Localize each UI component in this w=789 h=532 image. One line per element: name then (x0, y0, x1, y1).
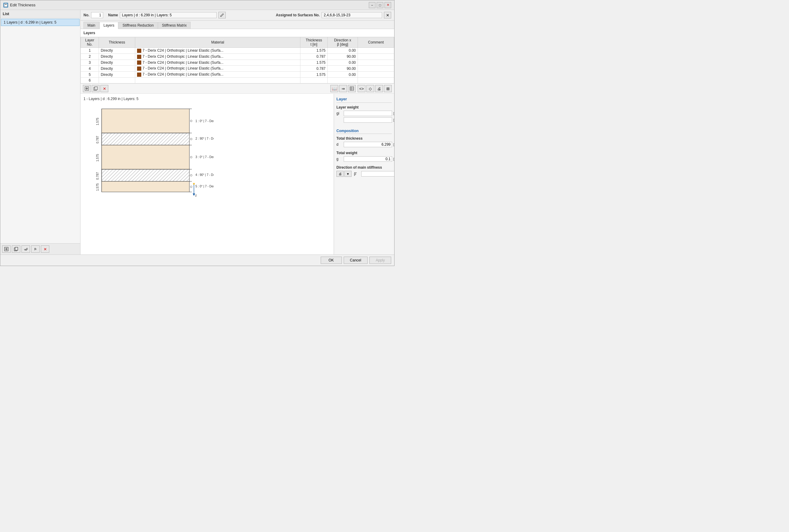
d-label: d (336, 142, 343, 147)
g-row: g [lbf/in²] (336, 156, 392, 162)
layers-table: LayerNo. Thickness Material Thicknesst [… (80, 37, 394, 83)
col-beta: Direction xβ [deg] (328, 37, 358, 48)
table-row[interactable]: 1Directly7 - Derix C24 | Orthotropic | L… (81, 48, 394, 54)
svg-text:1 :  0° | 7 - Derix C24 | Orth: 1 : 0° | 7 - Derix C24 | Orthotropic | L… (196, 119, 214, 123)
cell-thickness: Directly (99, 54, 135, 60)
content-area: No. 1 Name Assigned to Surfaces No. ✕ (80, 10, 394, 254)
copy-item-button[interactable] (12, 245, 20, 253)
d-unit: [in] (393, 143, 394, 146)
cell-t (300, 78, 328, 83)
cell-beta: 90.00 (328, 54, 358, 60)
cell-comment (358, 60, 394, 65)
svg-point-37 (190, 138, 192, 140)
gi-input2[interactable] (344, 117, 392, 123)
beta-input[interactable] (361, 171, 394, 176)
dropdown-button[interactable]: ▼ (344, 171, 351, 177)
svg-rect-19 (102, 109, 189, 133)
svg-text:5 :  0° | 7 - Derix C24 | Orth: 5 : 0° | 7 - Derix C24 | Orthotropic | L… (196, 185, 214, 188)
tab-stiffness-matrix[interactable]: Stiffness Matrix (158, 22, 190, 29)
name-label: Name (108, 13, 118, 17)
svg-rect-11 (87, 87, 87, 90)
svg-rect-22 (102, 169, 189, 182)
table-row[interactable]: 4Directly7 - Derix C24 | Orthotropic | L… (81, 65, 394, 72)
check-item-button[interactable] (21, 245, 30, 253)
layer-panel-title: Layer (336, 97, 392, 103)
composition-title: Composition (336, 129, 392, 134)
arrow-button[interactable]: ⇒ (339, 85, 347, 92)
tab-stiffness-reduction[interactable]: Stiffness Reduction (118, 22, 158, 29)
table-row[interactable]: 3Directly7 - Derix C24 | Orthotropic | L… (81, 60, 394, 65)
gi-input[interactable] (344, 111, 392, 116)
delete-item-button[interactable]: ✕ (41, 245, 49, 253)
book-button[interactable]: 📖 (330, 85, 338, 92)
table-edit-button[interactable] (348, 85, 356, 92)
cell-material (135, 78, 300, 83)
cell-layer-no: 3 (81, 60, 99, 65)
material-color-swatch (137, 60, 141, 65)
print-direction-button[interactable]: 🖨 (336, 171, 344, 177)
assigned-field-group: Assigned to Surfaces No. ✕ (276, 12, 391, 18)
direction-section: Direction of main stiffness 🖨 ▼ β' [deg] (336, 165, 392, 178)
grid-button[interactable]: ⊞ (384, 85, 392, 92)
beta-row: 🖨 ▼ β' [deg] (336, 171, 392, 177)
view-btn-1[interactable]: <> (357, 85, 365, 92)
col-t: Thicknesst [in] (300, 37, 328, 48)
cell-material: 7 - Derix C24 | Orthotropic | Linear Ela… (135, 54, 300, 60)
sidebar-item-1[interactable]: 1 Layers | d : 6.299 in | Layers: 5 (1, 19, 79, 26)
tab-layers[interactable]: Layers (99, 22, 118, 29)
name-input[interactable] (120, 12, 217, 18)
sidebar: List 1 Layers | d : 6.299 in | Layers: 5… (0, 10, 80, 254)
col-comment: Comment (358, 37, 394, 48)
layers-section-title: Layers (80, 29, 394, 37)
add-row-button[interactable] (83, 85, 91, 92)
content-header: No. 1 Name Assigned to Surfaces No. ✕ (80, 10, 394, 21)
svg-text:0.787: 0.787 (96, 136, 99, 143)
cell-beta: 0.00 (328, 72, 358, 78)
cell-thickness: Directly (99, 48, 135, 54)
view-btn-2[interactable]: ◇ (366, 85, 374, 92)
cell-comment (358, 78, 394, 83)
minimize-button[interactable]: − (369, 2, 375, 8)
svg-text:4 :  90° | 7 - Derix C24 | Ort: 4 : 90° | 7 - Derix C24 | Orthotropic | … (196, 173, 214, 176)
col-layer-no: LayerNo. (81, 37, 99, 48)
main-window: Edit Thickness − □ ✕ List 1 Layers | d :… (0, 0, 395, 266)
tab-main[interactable]: Main (84, 22, 99, 29)
layer-panel: Layer Layer weight gi [lbf/in³] (334, 94, 394, 254)
total-weight-label: Total weight (336, 151, 392, 155)
delete-row-button[interactable]: ✕ (100, 85, 108, 92)
apply-button[interactable]: Apply (369, 256, 391, 264)
table-row[interactable]: 2Directly7 - Derix C24 | Orthotropic | L… (81, 54, 394, 60)
weight-label: Layer weight (336, 105, 392, 110)
new-item-button[interactable] (2, 245, 11, 253)
print-view-button[interactable]: 🖨 (375, 85, 383, 92)
maximize-button[interactable]: □ (377, 2, 383, 8)
cell-layer-no: 5 (81, 72, 99, 78)
assigned-edit-button[interactable]: ✕ (384, 12, 391, 18)
name-field-group: Name (108, 12, 226, 18)
g-input[interactable] (344, 156, 392, 162)
toolbar-right: 📖 ⇒ <> ◇ 🖨 ⊞ (330, 85, 392, 92)
svg-rect-13 (95, 87, 97, 90)
copy-row-button[interactable] (92, 85, 99, 92)
cell-beta (328, 78, 358, 83)
calc-item-button[interactable]: fx (31, 245, 40, 253)
cancel-button[interactable]: Cancel (344, 256, 368, 264)
g-label: g (336, 157, 343, 161)
table-row[interactable]: 5Directly7 - Derix C24 | Orthotropic | L… (81, 72, 394, 78)
table-row[interactable]: 6 (81, 78, 394, 83)
svg-point-40 (190, 186, 192, 188)
assigned-input[interactable] (322, 12, 382, 18)
close-button[interactable]: ✕ (385, 2, 391, 8)
cell-material: 7 - Derix C24 | Orthotropic | Linear Ela… (135, 48, 300, 54)
svg-rect-6 (15, 247, 18, 250)
edit-name-button[interactable] (218, 12, 226, 18)
tab-bar: Main Layers Stiffness Reduction Stiffnes… (80, 21, 394, 29)
gi-unit2: [lbf/in²] (393, 118, 394, 122)
cell-t: 0.787 (300, 65, 328, 72)
weight-section: Layer weight gi [lbf/in³] [lbf/in²] (336, 105, 392, 124)
tab-content: Layers LayerNo. Thickness Material Thick… (80, 29, 394, 254)
cell-comment (358, 72, 394, 78)
ok-button[interactable]: OK (321, 256, 342, 264)
d-input[interactable] (344, 142, 392, 147)
direction-label: Direction of main stiffness (336, 165, 392, 170)
